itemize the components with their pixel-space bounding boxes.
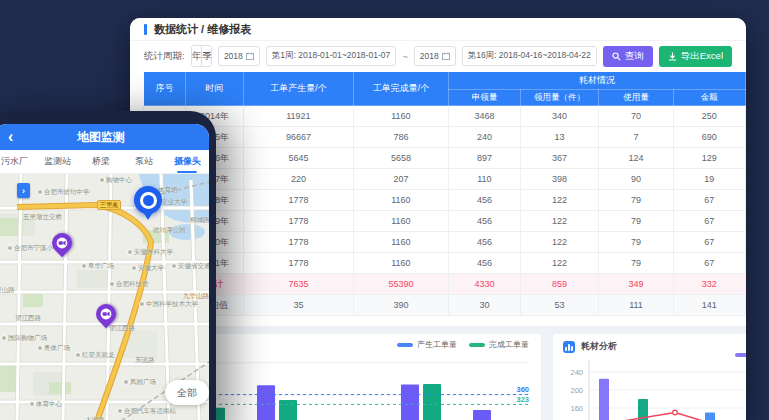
svg-text:200: 200 <box>570 386 583 395</box>
table-cell: 1160 <box>353 190 448 211</box>
filter-bar: 统计周期: 年季月周日 2018 第1周: 2018-01-01~2018-01… <box>130 41 746 71</box>
start-week-picker[interactable]: 第1周: 2018-01-01~2018-01-07 <box>266 46 396 66</box>
map-expander-button[interactable]: › <box>17 183 30 198</box>
table-cell: 4330 <box>449 274 521 295</box>
table-cell: 129 <box>673 148 745 169</box>
table-cell: 690 <box>673 127 745 148</box>
poi-icon <box>109 281 115 287</box>
table-cell: 240 <box>449 127 521 148</box>
end-year-picker[interactable]: 2018 <box>414 46 456 66</box>
table-cell: 897 <box>449 148 521 169</box>
map-view[interactable]: 购物中心体育馆合肥市琥珀中学安徽交业大学桐城路五里墩立交桥琥珀潭公园安徽医科大学… <box>0 174 209 420</box>
table-cell: 67 <box>673 211 745 232</box>
map-poi-label: 安徽医科大学 <box>127 248 173 255</box>
map-poi-label: 琥珀潭公园 <box>153 226 186 233</box>
road-name-badge: 三里庵 <box>97 200 121 210</box>
table-cell: 1160 <box>353 211 448 232</box>
poi-icon <box>81 263 87 269</box>
poi-icon <box>127 249 133 255</box>
query-button[interactable]: 查询 <box>603 46 653 67</box>
table-cell: 250 <box>673 106 745 127</box>
selected-camera-pin[interactable] <box>134 186 162 214</box>
table-cell: 332 <box>673 274 745 295</box>
table-cell: 111 <box>599 295 673 316</box>
screenshot-root: { "page": {"background": "#202c4f", "pri… <box>0 0 769 420</box>
table-cell: 90 <box>599 169 673 190</box>
table-cell: 79 <box>599 232 673 253</box>
end-week-picker[interactable]: 第16周: 2018-04-16~2018-04-22 <box>462 46 597 66</box>
phone-tab-摄像头[interactable]: 摄像头 <box>166 150 209 173</box>
table-row: 32016年56455658897367124129 <box>144 148 746 169</box>
table-cell: 124 <box>599 148 673 169</box>
col-header-consumables-group: 耗材情况 <box>449 72 746 90</box>
poi-icon <box>1 335 7 341</box>
table-row: 合计7635553904330859349332 <box>144 274 746 295</box>
table-cell: 122 <box>520 211 599 232</box>
svg-text:323: 323 <box>516 395 529 404</box>
period-label: 统计周期: <box>144 50 185 63</box>
table-row: 42017年2202071103989019 <box>144 169 746 190</box>
period-option-季[interactable]: 季 <box>202 46 212 66</box>
camera-icon <box>100 308 112 320</box>
table-cell: 141 <box>673 295 745 316</box>
dashboard-window: 数据统计 / 维修报表 统计周期: 年季月周日 2018 第1周: 2018-0… <box>130 18 746 420</box>
start-year-picker[interactable]: 2018 <box>218 46 260 66</box>
table-cell: 220 <box>244 169 353 190</box>
col-header-sub-1: 领用量（件） <box>520 90 599 106</box>
table-cell: 340 <box>520 106 599 127</box>
col-header-created: 工单产生量/个 <box>244 72 353 106</box>
consumables-chart: 耗材分析 2402001601208040 <box>553 334 746 420</box>
phone-tab-桥梁[interactable]: 桥梁 <box>79 150 122 173</box>
table-cell: 859 <box>520 274 599 295</box>
phone-tab-泵站[interactable]: 泵站 <box>123 150 166 173</box>
download-icon <box>668 52 677 61</box>
col-header-sub-2: 使用量 <box>599 90 673 106</box>
table-header: 序号 时间 工单产生量/个 工单完成量/个 耗材情况 申领量 领用量（件） 使用… <box>144 72 746 106</box>
table-cell: 456 <box>449 253 521 274</box>
poi-icon <box>37 189 43 195</box>
selected-camera-pin-tail <box>143 212 153 220</box>
report-table: 序号 时间 工单产生量/个 工单完成量/个 耗材情况 申领量 领用量（件） 使用… <box>143 71 746 316</box>
back-icon[interactable]: ‹ <box>8 125 13 149</box>
table-cell: 110 <box>449 169 521 190</box>
table-cell: 5645 <box>244 148 353 169</box>
period-option-年[interactable]: 年 <box>192 46 203 66</box>
map-poi-label: 望江西路 <box>109 324 135 331</box>
poi-icon <box>37 345 43 351</box>
table-row: 52018年177811604561227967 <box>144 190 746 211</box>
table-cell: 67 <box>673 253 745 274</box>
table-cell: 19 <box>673 169 745 190</box>
map-poi-label: 桐城路 <box>190 216 209 223</box>
phone-tab-监测站[interactable]: 监测站 <box>36 150 79 173</box>
poi-icon <box>29 401 35 407</box>
phone-tab-污水厂[interactable]: 污水厂 <box>0 150 36 173</box>
map-poi-label: 合肥市琥珀中学 <box>37 188 90 195</box>
table-row: 12014年119211160346834070250 <box>144 106 746 127</box>
table-cell: 3468 <box>449 106 521 127</box>
table-cell: 122 <box>520 190 599 211</box>
map-poi-label: 合肥科技馆 <box>109 280 149 287</box>
table-cell: 5658 <box>353 148 448 169</box>
calendar-icon <box>246 52 254 60</box>
map-poi-label: 望江西路 <box>15 314 41 321</box>
calendar-icon <box>442 52 450 60</box>
show-all-button[interactable]: 全部 <box>165 380 209 405</box>
svg-text:360: 360 <box>516 385 529 394</box>
export-excel-button[interactable]: 导出Excel <box>659 46 732 67</box>
accent-bar <box>144 24 147 35</box>
table-row: 平均值353903053111141 <box>144 295 746 316</box>
breadcrumb: 数据统计 / 维修报表 <box>154 22 251 37</box>
table-cell: 79 <box>599 190 673 211</box>
table-cell: 786 <box>353 127 448 148</box>
pin-ring <box>140 192 157 209</box>
map-poi-label: 安徽省交通厅 <box>171 262 209 269</box>
map-poi-label: 国际购物广场 <box>1 334 47 341</box>
table-cell: 13 <box>520 127 599 148</box>
period-segmented-control: 年季月周日 <box>191 45 212 67</box>
table-cell: 1160 <box>353 253 448 274</box>
table-cell: 1160 <box>353 232 448 253</box>
table-cell: 1778 <box>244 211 353 232</box>
table-cell: 96667 <box>244 127 353 148</box>
table-cell: 7635 <box>244 274 353 295</box>
page-header: 数据统计 / 维修报表 <box>130 18 746 41</box>
